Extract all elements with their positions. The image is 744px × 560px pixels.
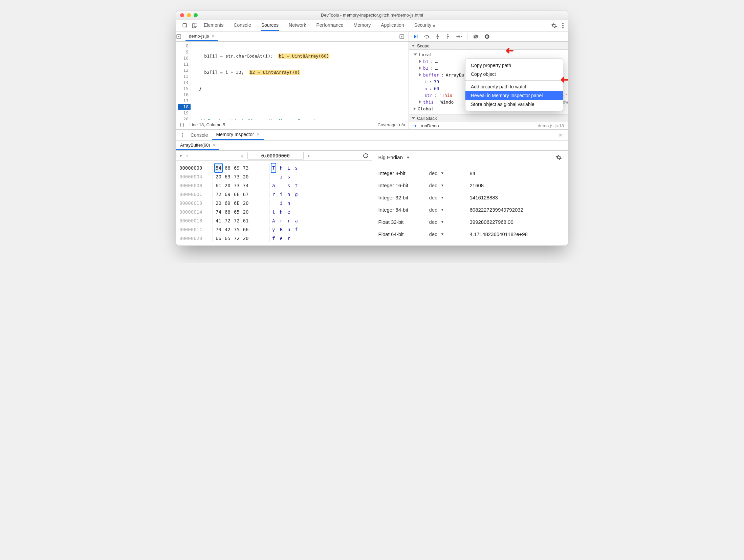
cursor-position-label: Line 18, Column 5 <box>190 122 225 127</box>
context-menu-item[interactable]: Copy property path <box>465 61 563 70</box>
device-toolbar-icon[interactable] <box>192 23 198 29</box>
interpretation-row: Integer 32-bitdec▼1416128883 <box>378 191 562 203</box>
buffer-tab-arraybuffer[interactable]: ArrayBuffer(60) × <box>176 141 219 150</box>
main-tab-application[interactable]: Application <box>380 20 405 31</box>
main-tab-sources[interactable]: Sources <box>261 20 279 31</box>
main-tab-performance[interactable]: Performance <box>315 20 344 31</box>
chevron-right-icon <box>419 60 421 63</box>
chevron-right-icon <box>419 66 421 70</box>
memory-buffer-tab-bar: ArrayBuffer(60) × <box>176 141 568 151</box>
pretty-print-button[interactable]: {} <box>179 122 185 127</box>
hex-row[interactable]: 0000001020696E20 in <box>179 199 369 208</box>
devtools-window: DevTools - memory-inspector.glitch.me/de… <box>176 10 568 246</box>
interpretation-label: Integer 32-bit <box>378 195 429 200</box>
close-drawer-button[interactable]: ✕ <box>555 132 566 138</box>
main-tab-elements[interactable]: Elements <box>203 20 224 31</box>
interpretation-mode-select[interactable]: dec▼ <box>429 219 470 225</box>
main-tab-network[interactable]: Network <box>288 20 307 31</box>
svg-point-13 <box>485 34 489 39</box>
refresh-button[interactable] <box>363 153 369 159</box>
main-tab-console[interactable]: Console <box>233 20 251 31</box>
interpretation-row: Float 64-bitdec▼4.171482365401182e+98 <box>378 228 562 240</box>
close-file-tab-icon[interactable]: × <box>212 34 214 39</box>
pause-on-exceptions-button[interactable] <box>484 34 490 39</box>
step-into-button[interactable] <box>435 34 440 39</box>
svg-point-4 <box>562 25 564 26</box>
coverage-label: Coverage: n/a <box>377 122 405 127</box>
resume-script-button[interactable] <box>413 34 418 39</box>
show-navigator-icon[interactable] <box>176 34 185 39</box>
interpretation-row: Integer 8-bitdec▼84 <box>378 167 562 179</box>
interpretation-mode-select[interactable]: dec▼ <box>429 182 470 188</box>
svg-point-9 <box>426 38 428 39</box>
drawer-tab-console[interactable]: Console <box>187 130 212 140</box>
next-page-button[interactable]: › <box>307 152 311 159</box>
context-menu-item[interactable]: Reveal in Memory Inspector panel <box>465 91 563 100</box>
step-button[interactable] <box>456 34 462 39</box>
context-menu-item[interactable]: Add property path to watch <box>465 82 563 91</box>
kebab-menu-icon[interactable] <box>562 23 564 29</box>
step-out-button[interactable] <box>445 34 450 39</box>
main-tab-memory[interactable]: Memory <box>353 20 372 31</box>
redo-nav-button[interactable]: ↷ <box>185 153 188 158</box>
file-tab-demo-js[interactable]: demo-js.js × <box>185 32 218 41</box>
inspect-element-icon[interactable] <box>182 23 188 29</box>
close-buffer-tab-icon[interactable]: × <box>213 143 216 148</box>
minimize-window-button[interactable] <box>187 13 191 17</box>
hex-row[interactable]: 0000002066657220fer <box>179 234 369 243</box>
hex-row[interactable]: 0000000861207374a st <box>179 181 369 190</box>
code-editor[interactable]: b1[i] = str.charCodeAt(i); b1 = Uint8Arr… <box>191 42 409 120</box>
callstack-section-header[interactable]: Call Stack <box>409 114 568 122</box>
address-input[interactable]: 0x00000000 <box>247 152 304 160</box>
interpretation-value: 6082227239949792032 <box>470 207 562 213</box>
main-tab-security[interactable]: Security <box>414 20 432 31</box>
interpretation-value: 84 <box>470 170 562 176</box>
hex-row[interactable]: 0000000C72696E67ring <box>179 190 369 199</box>
interpretation-mode-select[interactable]: dec▼ <box>429 207 470 213</box>
tabs-overflow-button[interactable]: » <box>432 21 436 30</box>
hex-row[interactable]: 0000001C79427566yBuf <box>179 225 369 234</box>
chevron-down-icon <box>412 117 415 119</box>
context-menu-item[interactable]: Store object as global variable <box>465 100 563 109</box>
scope-section-header[interactable]: Scope <box>409 42 568 50</box>
value-interpreter: Big Endian ▼ Integer 8-bitdec▼84Integer … <box>372 151 568 245</box>
hex-row[interactable]: 0000000054686973This <box>179 164 369 172</box>
scope-context-menu: Copy property pathCopy objectAdd propert… <box>465 59 563 111</box>
callstack-frame[interactable]: ➔ runDemo demo-js.js:18 <box>409 122 568 129</box>
zoom-window-button[interactable] <box>194 13 198 17</box>
drawer-kebab-icon[interactable] <box>178 132 187 138</box>
deactivate-breakpoints-button[interactable] <box>473 34 479 39</box>
close-window-button[interactable] <box>180 13 184 17</box>
svg-point-12 <box>461 36 462 37</box>
svg-rect-15 <box>487 35 488 38</box>
chevron-down-icon <box>414 53 417 56</box>
hex-row[interactable]: 0000000420697320 is <box>179 172 369 181</box>
hex-row[interactable]: 0000001474686520the <box>179 208 369 216</box>
interpretation-mode-select[interactable]: dec▼ <box>429 231 470 237</box>
interpreter-settings-icon[interactable] <box>556 154 562 160</box>
settings-gear-icon[interactable] <box>551 23 557 29</box>
interpretation-value: 1416128883 <box>470 195 562 200</box>
prev-page-button[interactable]: ‹ <box>240 152 244 159</box>
context-menu-item[interactable]: Copy object <box>465 70 563 79</box>
interpretation-label: Float 32-bit <box>378 219 429 225</box>
svg-point-5 <box>562 27 564 28</box>
chevron-right-icon <box>419 100 421 104</box>
interpretation-mode-select[interactable]: dec▼ <box>429 195 470 200</box>
close-drawer-tab-icon[interactable]: × <box>257 132 259 137</box>
more-tabs-icon[interactable] <box>399 34 409 39</box>
titlebar: DevTools - memory-inspector.glitch.me/de… <box>176 10 568 20</box>
step-over-button[interactable] <box>424 34 430 39</box>
interpretation-value: 3992806227968.00 <box>470 219 562 225</box>
annotation-arrow-icon: ➜ <box>560 73 568 85</box>
scope-local-header[interactable]: Local <box>409 51 568 58</box>
interpretation-label: Integer 64-bit <box>378 207 429 213</box>
debugger-sidebar: Scope Local b1: … b2: … buffer: ArrayBuf… <box>409 31 568 129</box>
hex-row[interactable]: 0000001841727261Arra <box>179 216 369 225</box>
endianness-select[interactable]: Big Endian <box>378 154 403 160</box>
interpretation-mode-select[interactable]: dec▼ <box>429 170 470 176</box>
undo-nav-button[interactable]: ↶ <box>179 153 182 158</box>
drawer-tab-memory-inspector[interactable]: Memory Inspector× <box>212 130 263 140</box>
line-number-gutter[interactable]: 89101112131415161718192021 <box>176 42 191 120</box>
svg-point-17 <box>182 134 183 135</box>
